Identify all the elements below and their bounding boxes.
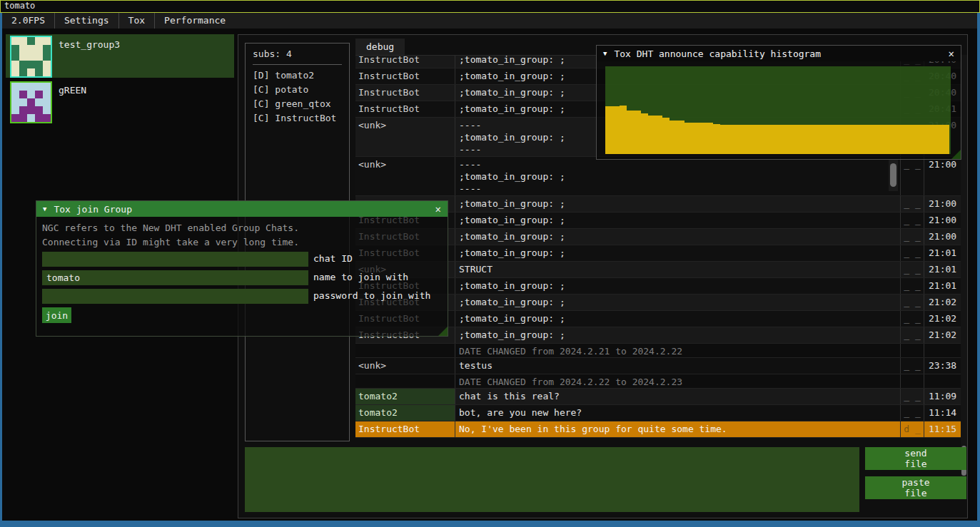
receipt-cell: _ _: [900, 213, 924, 228]
chat-id-field[interactable]: [42, 252, 308, 267]
avatar-pixel: [19, 45, 27, 53]
member-item-potato[interactable]: [C] potato: [246, 83, 349, 97]
message-cell: bot, are you new here?: [455, 405, 900, 421]
member-item-green_qtox[interactable]: [C] green_qtox: [246, 97, 349, 111]
sender-cell: InstructBot: [355, 68, 455, 84]
paste-file-button[interactable]: paste file: [865, 476, 966, 499]
join-group-title: Tox join Group: [54, 204, 132, 215]
avatar-pixel: [35, 45, 43, 53]
join-button[interactable]: join: [42, 307, 71, 323]
histogram-bar: [670, 121, 677, 154]
histogram-bar: [605, 106, 612, 154]
join-group-titlebar[interactable]: ▼ Tox join Group ✕: [36, 201, 448, 217]
message-cell: ;tomato_in_group: ;: [455, 245, 900, 261]
avatar-pixel: [43, 61, 51, 68]
histogram-titlebar[interactable]: ▼ Tox DHT announce capability histogram …: [597, 46, 961, 61]
collapse-icon[interactable]: ▼: [603, 46, 607, 61]
window-title-bar[interactable]: tomato: [0, 0, 980, 13]
join-name-field[interactable]: [42, 270, 308, 285]
timestamp-cell: 11:14: [924, 405, 961, 421]
sender-cell: [355, 374, 455, 388]
histogram-bar: [799, 125, 806, 154]
avatar-pixel: [11, 61, 19, 68]
message-scrollbar-thumb[interactable]: [890, 163, 896, 187]
tab-debug[interactable]: debug: [355, 39, 405, 55]
avatar-pixel: [19, 106, 27, 114]
join-info-line1: NGC refers to the New DHT enabled Group …: [42, 221, 299, 235]
histogram-body: [597, 61, 961, 159]
histogram-bar: [878, 125, 885, 154]
timestamp-cell: 21:01: [924, 278, 961, 294]
chat-date-row: DATE CHANGED from 2024.2.21 to 2024.2.22: [355, 344, 961, 358]
avatar-pixel: [43, 106, 51, 114]
avatar-pixel: [35, 68, 43, 76]
join-name-label: name to join with: [313, 272, 408, 282]
histogram-bar: [813, 125, 820, 154]
avatar-pixel: [27, 106, 35, 114]
histogram-bar: [784, 125, 792, 154]
join-info-line2: Connecting via ID might take a very long…: [42, 235, 299, 250]
window-edge-bottom: [0, 521, 980, 527]
histogram-bar: [641, 113, 648, 154]
histogram-bar: [655, 116, 662, 154]
app-root: tomato 2.0FPSSettingsToxPerformance test…: [0, 0, 980, 527]
avatar-pixel: [11, 45, 19, 53]
histogram-title: Tox DHT announce capability histogram: [614, 48, 821, 59]
collapse-icon[interactable]: ▼: [43, 201, 46, 217]
message-cell: ;tomato_in_group: ;: [455, 327, 900, 343]
timestamp-cell: 21:01: [924, 262, 961, 277]
menu-item-settings[interactable]: Settings: [55, 13, 118, 29]
chat-row[interactable]: InstructBotNo, I've been in this group f…: [355, 421, 961, 438]
avatar-pixel: [43, 98, 51, 106]
member-item-instructbot[interactable]: [C] InstructBot: [246, 111, 349, 126]
menu-item-performance[interactable]: Performance: [155, 13, 235, 29]
receipt-cell: _ _: [900, 157, 924, 195]
timestamp-cell: 21:00: [924, 157, 961, 195]
histogram-bar: [763, 125, 770, 154]
close-icon[interactable]: ✕: [949, 46, 954, 61]
avatar-pixel: [27, 37, 35, 45]
avatar-pixel: [43, 45, 51, 53]
chat-scrollbar[interactable]: [961, 55, 967, 479]
histogram-bar: [756, 125, 763, 154]
message-input[interactable]: [245, 447, 859, 512]
fps-indicator: 2.0FPS: [2, 13, 54, 29]
receipt-cell: d _: [900, 421, 924, 437]
histogram-bar: [706, 123, 713, 154]
avatar-pixel: [43, 83, 51, 91]
chat-row[interactable]: tomato2bot, are you new here?_ _11:14: [355, 405, 961, 421]
sender-cell: <unk>: [355, 118, 455, 156]
chat-row[interactable]: <unk>---- ;tomato_in_group: ; ----_ _21:…: [355, 157, 961, 196]
sidebar-item-test_group3[interactable]: test_group3: [6, 34, 234, 78]
avatar-pixel: [43, 68, 51, 76]
join-password-field[interactable]: [42, 289, 308, 304]
receipt-cell: _ _: [900, 358, 924, 374]
close-icon[interactable]: ✕: [435, 201, 441, 217]
avatar-pixel: [11, 91, 19, 98]
timestamp-cell: 21:00: [924, 196, 961, 212]
sidebar-item-green[interactable]: gREEN: [6, 80, 234, 123]
chat-row[interactable]: tomato2chat is this real?_ _11:09: [355, 389, 961, 405]
histogram-bar: [942, 125, 949, 154]
avatar-pixel: [35, 106, 43, 114]
receipt-cell: [900, 374, 924, 388]
receipt-cell: _ _: [900, 278, 924, 294]
histogram-bar: [685, 123, 692, 154]
histogram-bar: [620, 106, 627, 154]
send-file-button[interactable]: send file: [865, 447, 966, 470]
chat-row[interactable]: <unk>testus_ _23:38: [355, 358, 961, 374]
chat-id-label: chat ID: [313, 253, 353, 264]
group-name: test_group3: [59, 39, 120, 50]
histogram-bar: [662, 118, 670, 154]
histogram-plot: [605, 66, 951, 154]
member-item-tomato2[interactable]: [D] tomato2: [246, 68, 349, 83]
members-divider: [253, 64, 342, 65]
resize-grip[interactable]: [438, 327, 448, 336]
timestamp-cell: 21:00: [924, 213, 961, 228]
message-scrollbar[interactable]: [889, 160, 898, 191]
histogram-bar: [906, 125, 914, 154]
histogram-bar: [935, 125, 942, 154]
resize-grip[interactable]: [951, 150, 961, 159]
join-group-window: ▼ Tox join Group ✕ NGC refers to the New…: [36, 200, 448, 337]
menu-item-tox[interactable]: Tox: [119, 13, 154, 29]
